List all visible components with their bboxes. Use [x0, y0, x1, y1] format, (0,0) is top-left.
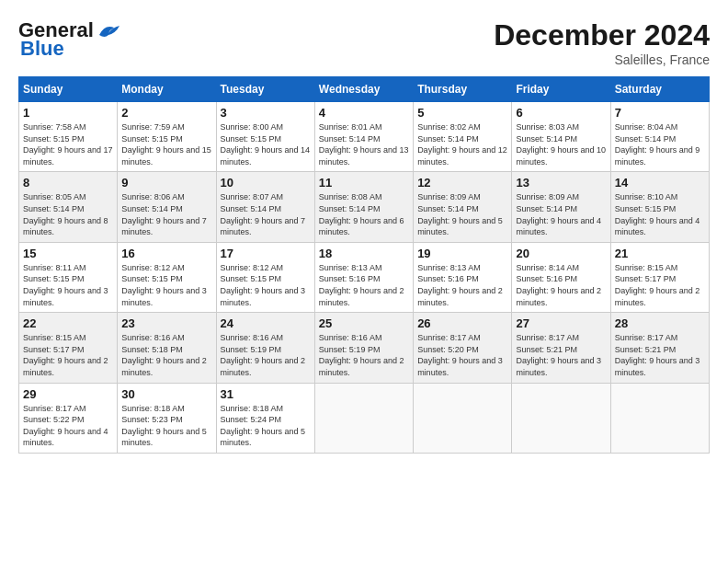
day-info: Sunrise: 8:08 AMSunset: 5:14 PMDaylight:… [319, 191, 409, 237]
day-number: 18 [319, 247, 409, 260]
calendar-cell: 11 Sunrise: 8:08 AMSunset: 5:14 PMDaylig… [314, 172, 413, 242]
day-number: 4 [319, 106, 409, 120]
logo-bird-icon [96, 22, 121, 39]
calendar-cell: 28 Sunrise: 8:17 AMSunset: 5:21 PMDaylig… [610, 313, 709, 383]
weekday-header-friday: Friday [512, 77, 610, 102]
day-info: Sunrise: 8:09 AMSunset: 5:14 PMDaylight:… [516, 191, 606, 237]
day-number: 1 [23, 106, 113, 120]
day-number: 14 [615, 176, 705, 190]
calendar-week-4: 22 Sunrise: 8:15 AMSunset: 5:17 PMDaylig… [19, 313, 710, 383]
day-info: Sunrise: 8:06 AMSunset: 5:14 PMDaylight:… [121, 191, 211, 237]
day-number: 2 [121, 106, 211, 120]
calendar-cell: 26 Sunrise: 8:17 AMSunset: 5:20 PMDaylig… [414, 313, 512, 383]
weekday-header-monday: Monday [118, 77, 216, 102]
day-info: Sunrise: 8:14 AMSunset: 5:16 PMDaylight:… [516, 262, 606, 308]
day-number: 17 [221, 247, 311, 260]
day-number: 27 [516, 316, 606, 330]
calendar-cell: 10 Sunrise: 8:07 AMSunset: 5:14 PMDaylig… [216, 172, 314, 242]
calendar-cell: 23 Sunrise: 8:16 AMSunset: 5:18 PMDaylig… [118, 313, 216, 383]
logo: General Blue [18, 18, 121, 61]
calendar-week-2: 8 Sunrise: 8:05 AMSunset: 5:14 PMDayligh… [19, 172, 710, 242]
weekday-header-row: SundayMondayTuesdayWednesdayThursdayFrid… [19, 77, 710, 102]
calendar-cell: 1 Sunrise: 7:58 AMSunset: 5:15 PMDayligh… [19, 102, 118, 172]
calendar-cell: 18 Sunrise: 8:13 AMSunset: 5:16 PMDaylig… [314, 242, 413, 312]
day-info: Sunrise: 8:11 AMSunset: 5:15 PMDaylight:… [23, 262, 113, 308]
day-info: Sunrise: 8:13 AMSunset: 5:16 PMDaylight:… [319, 262, 409, 308]
location: Saleilles, France [494, 52, 710, 67]
calendar-cell: 2 Sunrise: 7:59 AMSunset: 5:15 PMDayligh… [118, 102, 216, 172]
day-number: 5 [417, 106, 507, 120]
day-info: Sunrise: 8:17 AMSunset: 5:21 PMDaylight:… [615, 332, 705, 378]
calendar-cell: 29 Sunrise: 8:17 AMSunset: 5:22 PMDaylig… [19, 383, 118, 453]
day-number: 11 [319, 176, 409, 190]
calendar-cell: 31 Sunrise: 8:18 AMSunset: 5:24 PMDaylig… [216, 383, 314, 453]
calendar-cell: 25 Sunrise: 8:16 AMSunset: 5:19 PMDaylig… [314, 313, 413, 383]
calendar-cell: 6 Sunrise: 8:03 AMSunset: 5:14 PMDayligh… [512, 102, 610, 172]
day-number: 12 [417, 176, 507, 190]
calendar-cell [512, 383, 610, 453]
day-number: 8 [23, 176, 113, 190]
day-number: 24 [221, 316, 311, 330]
calendar-cell: 19 Sunrise: 8:13 AMSunset: 5:16 PMDaylig… [414, 242, 512, 312]
day-number: 10 [221, 176, 311, 190]
day-info: Sunrise: 8:05 AMSunset: 5:14 PMDaylight:… [23, 191, 113, 237]
day-number: 31 [221, 387, 311, 401]
calendar-table: SundayMondayTuesdayWednesdayThursdayFrid… [18, 76, 710, 454]
day-info: Sunrise: 8:03 AMSunset: 5:14 PMDaylight:… [516, 121, 606, 167]
day-info: Sunrise: 8:02 AMSunset: 5:14 PMDaylight:… [417, 121, 507, 167]
day-info: Sunrise: 8:17 AMSunset: 5:21 PMDaylight:… [516, 332, 606, 378]
weekday-header-saturday: Saturday [610, 77, 709, 102]
calendar-week-3: 15 Sunrise: 8:11 AMSunset: 5:15 PMDaylig… [19, 242, 710, 312]
day-number: 9 [121, 176, 211, 190]
calendar-cell: 15 Sunrise: 8:11 AMSunset: 5:15 PMDaylig… [19, 242, 118, 312]
calendar-cell: 14 Sunrise: 8:10 AMSunset: 5:15 PMDaylig… [610, 172, 709, 242]
calendar-cell: 20 Sunrise: 8:14 AMSunset: 5:16 PMDaylig… [512, 242, 610, 312]
calendar-cell: 5 Sunrise: 8:02 AMSunset: 5:14 PMDayligh… [414, 102, 512, 172]
calendar-cell: 21 Sunrise: 8:15 AMSunset: 5:17 PMDaylig… [610, 242, 709, 312]
day-info: Sunrise: 8:16 AMSunset: 5:19 PMDaylight:… [221, 332, 311, 378]
calendar-cell [314, 383, 413, 453]
weekday-header-thursday: Thursday [414, 77, 512, 102]
calendar-cell: 9 Sunrise: 8:06 AMSunset: 5:14 PMDayligh… [118, 172, 216, 242]
day-number: 15 [23, 247, 113, 260]
day-info: Sunrise: 8:15 AMSunset: 5:17 PMDaylight:… [615, 262, 705, 308]
day-number: 19 [417, 247, 507, 260]
day-number: 28 [615, 316, 705, 330]
day-number: 20 [516, 247, 606, 260]
day-info: Sunrise: 7:58 AMSunset: 5:15 PMDaylight:… [23, 121, 113, 167]
day-info: Sunrise: 8:07 AMSunset: 5:14 PMDaylight:… [221, 191, 311, 237]
day-info: Sunrise: 8:16 AMSunset: 5:19 PMDaylight:… [319, 332, 409, 378]
calendar-cell: 22 Sunrise: 8:15 AMSunset: 5:17 PMDaylig… [19, 313, 118, 383]
day-number: 13 [516, 176, 606, 190]
day-number: 7 [615, 106, 705, 120]
month-title: December 2024 [494, 18, 710, 52]
weekday-header-wednesday: Wednesday [314, 77, 413, 102]
calendar-cell: 16 Sunrise: 8:12 AMSunset: 5:15 PMDaylig… [118, 242, 216, 312]
day-number: 25 [319, 316, 409, 330]
day-info: Sunrise: 8:18 AMSunset: 5:23 PMDaylight:… [121, 403, 211, 449]
day-number: 3 [221, 106, 311, 120]
weekday-header-sunday: Sunday [19, 77, 118, 102]
page-header: General Blue December 2024 Saleilles, Fr… [18, 18, 710, 67]
calendar-cell: 13 Sunrise: 8:09 AMSunset: 5:14 PMDaylig… [512, 172, 610, 242]
logo-blue: Blue [20, 37, 64, 61]
calendar-cell: 30 Sunrise: 8:18 AMSunset: 5:23 PMDaylig… [118, 383, 216, 453]
calendar-cell: 3 Sunrise: 8:00 AMSunset: 5:15 PMDayligh… [216, 102, 314, 172]
day-info: Sunrise: 8:15 AMSunset: 5:17 PMDaylight:… [23, 332, 113, 378]
day-info: Sunrise: 8:17 AMSunset: 5:20 PMDaylight:… [417, 332, 507, 378]
day-number: 6 [516, 106, 606, 120]
day-number: 23 [121, 316, 211, 330]
day-number: 30 [121, 387, 211, 401]
day-number: 29 [23, 387, 113, 401]
day-number: 16 [121, 247, 211, 260]
calendar-cell: 7 Sunrise: 8:04 AMSunset: 5:14 PMDayligh… [610, 102, 709, 172]
day-number: 21 [615, 247, 705, 260]
calendar-week-1: 1 Sunrise: 7:58 AMSunset: 5:15 PMDayligh… [19, 102, 710, 172]
calendar-cell: 17 Sunrise: 8:12 AMSunset: 5:15 PMDaylig… [216, 242, 314, 312]
day-info: Sunrise: 8:17 AMSunset: 5:22 PMDaylight:… [23, 403, 113, 449]
calendar-cell: 8 Sunrise: 8:05 AMSunset: 5:14 PMDayligh… [19, 172, 118, 242]
calendar-cell: 27 Sunrise: 8:17 AMSunset: 5:21 PMDaylig… [512, 313, 610, 383]
calendar-cell [414, 383, 512, 453]
day-info: Sunrise: 8:10 AMSunset: 5:15 PMDaylight:… [615, 191, 705, 237]
weekday-header-tuesday: Tuesday [216, 77, 314, 102]
